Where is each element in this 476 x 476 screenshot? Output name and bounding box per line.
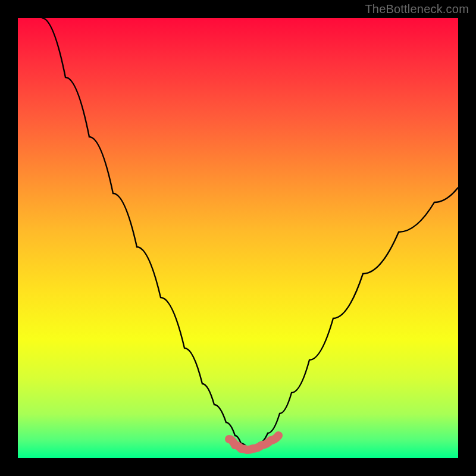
bottom-highlight-path [229, 436, 278, 450]
plot-area [18, 18, 458, 458]
bottleneck-curve-path [42, 18, 458, 447]
watermark-text: TheBottleneck.com [365, 2, 469, 16]
curve-svg [18, 18, 458, 458]
chart-frame: TheBottleneck.com [0, 0, 476, 476]
